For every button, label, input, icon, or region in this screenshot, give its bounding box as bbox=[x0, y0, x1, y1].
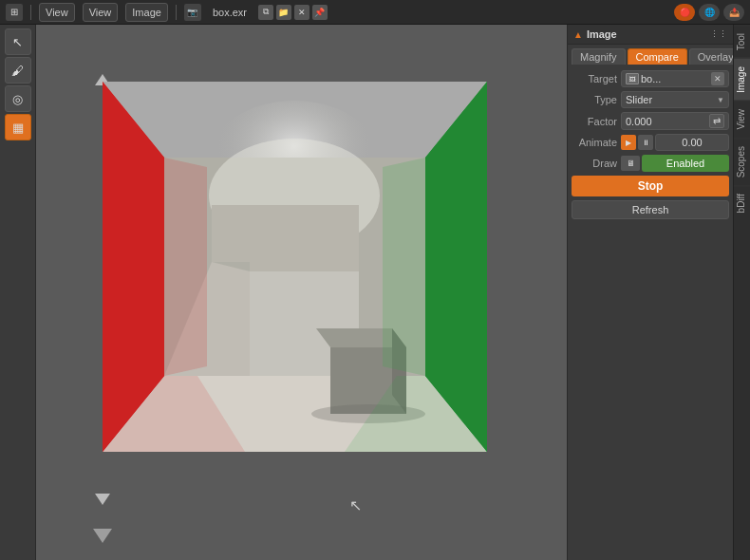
play-btn[interactable]: ▶ bbox=[621, 135, 636, 150]
side-tab-view[interactable]: View bbox=[734, 101, 750, 138]
copy-icon[interactable]: ⧉ bbox=[258, 5, 273, 20]
right-side-tabs: Tool Image View Scopes bDiff bbox=[733, 25, 750, 560]
side-tab-scopes[interactable]: Scopes bbox=[734, 138, 750, 185]
panel-body: Target 🖼 bo... ✕ Type Slider ▼ bbox=[568, 65, 733, 225]
checker-tool-btn[interactable]: ▦ bbox=[5, 114, 31, 140]
image-menu-btn[interactable]: Image bbox=[125, 3, 168, 22]
filename-display: box.exr bbox=[209, 6, 251, 19]
target-row: Target 🖼 bo... ✕ bbox=[572, 70, 729, 87]
factor-value: 0.000 bbox=[626, 116, 706, 127]
factor-field[interactable]: 0.000 ⇄ bbox=[621, 112, 729, 130]
target-clear-btn[interactable]: ✕ bbox=[711, 72, 724, 85]
render-icon[interactable]: 🔴 bbox=[674, 4, 695, 21]
panel-title: Image bbox=[587, 28, 706, 40]
refresh-button[interactable]: Refresh bbox=[572, 200, 729, 219]
dropdown-arrow-icon: ▼ bbox=[717, 96, 724, 104]
target-file-icon: 🖼 bbox=[626, 73, 639, 84]
enabled-badge[interactable]: Enabled bbox=[642, 155, 729, 172]
pause-btn[interactable]: ⏸ bbox=[638, 135, 653, 150]
type-row: Type Slider ▼ bbox=[572, 91, 729, 108]
pin-icon[interactable]: 📌 bbox=[312, 5, 328, 20]
svg-marker-23 bbox=[383, 158, 425, 376]
render-image bbox=[103, 82, 487, 452]
folder-icon[interactable]: 📁 bbox=[276, 5, 291, 20]
marker-bottom-left-2 bbox=[93, 529, 112, 543]
stop-button[interactable]: Stop bbox=[572, 176, 729, 196]
cornell-box-scene bbox=[103, 82, 487, 452]
factor-label: Factor bbox=[572, 116, 617, 127]
separator-2 bbox=[176, 5, 177, 20]
draw-icon: 🖥 bbox=[621, 156, 640, 171]
canvas-area: ↖ bbox=[36, 25, 567, 560]
svg-marker-15 bbox=[212, 205, 359, 271]
top-bar-right: 🔴 🌐 📤 bbox=[674, 4, 744, 21]
animate-row: Animate ▶ ⏸ 0.00 bbox=[572, 134, 729, 151]
camera-icon: 📷 bbox=[184, 4, 201, 21]
target-label: Target bbox=[572, 73, 617, 84]
output-icon[interactable]: 📤 bbox=[723, 4, 744, 21]
side-tab-tool[interactable]: Tool bbox=[734, 25, 750, 58]
side-tab-image[interactable]: Image bbox=[734, 58, 750, 101]
target-value: bo... bbox=[641, 73, 709, 84]
panel-header: ▲ Image ⋮⋮ bbox=[568, 25, 733, 45]
cursor-indicator: ↖ bbox=[349, 496, 362, 514]
right-panels: ▲ Image ⋮⋮ Magnify Compare Overlay Targe… bbox=[567, 25, 733, 560]
separator-1 bbox=[30, 5, 31, 20]
top-bar: ⊞ View View Image 📷 box.exr ⧉ 📁 ✕ 📌 🔴 🌐 … bbox=[0, 0, 750, 25]
close-icon[interactable]: ✕ bbox=[294, 5, 309, 20]
tab-magnify[interactable]: Magnify bbox=[572, 48, 626, 65]
scene-icon[interactable]: 🌐 bbox=[699, 4, 720, 21]
draw-row: Draw 🖥 Enabled bbox=[572, 155, 729, 172]
factor-swap-btn[interactable]: ⇄ bbox=[709, 114, 724, 128]
left-toolbar: ↖ 🖌 ◎ ▦ bbox=[0, 25, 36, 560]
editor-type-icon[interactable]: ⊞ bbox=[6, 4, 23, 21]
animate-label: Animate bbox=[572, 137, 617, 148]
side-tab-bdiff[interactable]: bDiff bbox=[734, 185, 750, 220]
right-area: ▲ Image ⋮⋮ Magnify Compare Overlay Targe… bbox=[567, 25, 750, 560]
tabs-row: Magnify Compare Overlay bbox=[568, 45, 733, 65]
animate-number-field[interactable]: 0.00 bbox=[655, 134, 729, 151]
tab-compare[interactable]: Compare bbox=[628, 48, 687, 65]
factor-row: Factor 0.000 ⇄ bbox=[572, 112, 729, 130]
type-label: Type bbox=[572, 94, 617, 105]
paint-tool-btn[interactable]: 🖌 bbox=[5, 57, 31, 84]
view-menu-btn-2[interactable]: View bbox=[83, 3, 119, 22]
type-dropdown[interactable]: Slider ▼ bbox=[621, 91, 729, 108]
cursor-tool-btn[interactable]: ↖ bbox=[5, 28, 31, 55]
panel-triangle-icon: ▲ bbox=[573, 29, 583, 40]
svg-marker-22 bbox=[164, 158, 207, 376]
main-layout: ↖ 🖌 ◎ ▦ bbox=[0, 25, 750, 560]
panel-menu-icon[interactable]: ⋮⋮ bbox=[710, 29, 727, 39]
marker-bottom-left-1 bbox=[95, 494, 110, 505]
target-field[interactable]: 🖼 bo... ✕ bbox=[621, 70, 729, 87]
view-menu-btn-1[interactable]: View bbox=[39, 3, 75, 22]
draw-label: Draw bbox=[572, 158, 617, 169]
sample-tool-btn[interactable]: ◎ bbox=[5, 85, 31, 112]
type-value: Slider bbox=[626, 94, 715, 105]
